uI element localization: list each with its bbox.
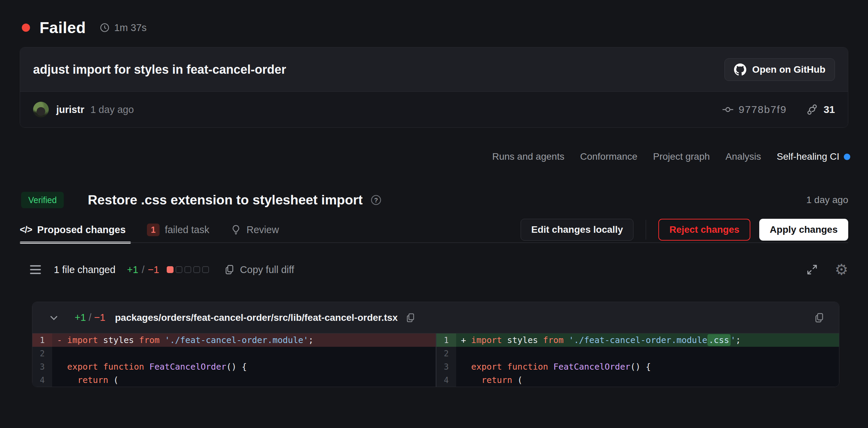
expand-fullscreen-icon[interactable] — [806, 263, 819, 276]
code-line: + import styles from './feat-cancel-orde… — [456, 333, 839, 347]
tabs-divider — [20, 242, 848, 243]
line-number: 3 — [32, 360, 52, 373]
help-icon[interactable]: ? — [370, 194, 382, 206]
page: Failed 1m 37s adjust import for styles i… — [0, 0, 868, 428]
verified-badge: Verified — [21, 192, 64, 208]
fix-time-ago: 1 day ago — [806, 195, 848, 205]
deletions-count: −1 — [148, 264, 159, 275]
reject-changes-button[interactable]: Reject changes — [658, 219, 750, 241]
chevron-down-icon[interactable] — [48, 312, 60, 324]
tab-review[interactable]: Review — [230, 218, 279, 241]
change-block-empty — [184, 266, 191, 273]
line-number: 4 — [436, 373, 456, 387]
open-on-github-button[interactable]: Open on GitHub — [724, 58, 835, 81]
fix-title: Restore .css extension to stylesheet imp… — [88, 192, 362, 208]
code-line: return ( — [52, 373, 436, 387]
diff-line-old-3: 3 export function FeatCancelOrder() { — [32, 360, 436, 373]
nav-item-analysis[interactable]: Analysis — [725, 151, 761, 162]
nav-item-self-healing-ci[interactable]: Self-healing CI — [777, 151, 850, 162]
change-blocks-indicator — [167, 266, 209, 273]
commit-sha: 9778b7f9 — [738, 104, 787, 115]
change-block-filled — [167, 266, 174, 273]
change-block-empty — [202, 266, 209, 273]
commit-card: adjust import for styles in feat-cancel-… — [20, 47, 848, 128]
tab-failed-task[interactable]: 1 failed task — [147, 218, 209, 241]
open-on-github-label: Open on GitHub — [752, 64, 825, 75]
diff-line-old-4: 4 return ( — [32, 373, 436, 387]
files-changed-label: 1 file changed — [54, 264, 116, 275]
code-line: export function FeatCancelOrder() { — [456, 360, 839, 373]
run-status-label: Failed — [40, 18, 86, 37]
commit-meta-row: juristr 1 day ago 9778b7f9 31 — [20, 92, 848, 127]
diff-pane-new: 1+ import styles from './feat-cancel-ord… — [436, 333, 839, 387]
github-icon — [734, 63, 746, 76]
code-line — [52, 347, 436, 360]
diff-line-old-2: 2 — [32, 347, 436, 360]
run-status-row: Failed 1m 37s — [22, 18, 846, 37]
file-deletions: −1 — [94, 312, 105, 323]
commit-icon — [722, 104, 734, 115]
copy-icon — [224, 264, 235, 275]
copy-file-diff-icon[interactable] — [814, 312, 825, 323]
diff-file-header: +1 / −1 packages/orders/feat-cancel-orde… — [32, 302, 839, 333]
code-line — [456, 347, 839, 360]
branch-icon — [806, 103, 818, 116]
diff-line-new-4: 4 return ( — [436, 373, 839, 387]
branch-count-link[interactable]: 31 — [806, 103, 835, 116]
actions-divider — [646, 220, 646, 240]
diff-split-view: 1- import styles from './feat-cancel-ord… — [32, 333, 839, 387]
diff-panel: +1 / −1 packages/orders/feat-cancel-orde… — [32, 302, 839, 387]
author-name: juristr — [56, 104, 84, 115]
change-block-empty — [176, 266, 182, 273]
copy-path-icon[interactable] — [405, 313, 416, 323]
change-block-empty — [193, 266, 200, 273]
commit-sha-link[interactable]: 9778b7f9 — [722, 104, 787, 115]
failed-status-dot-icon — [22, 24, 30, 32]
gear-icon[interactable]: ⚙ — [835, 262, 848, 277]
diff-toolbar: 1 file changed +1 / −1 Copy full diff ⚙ — [30, 259, 848, 280]
lightbulb-icon — [230, 224, 241, 235]
commit-message: adjust import for styles in feat-cancel-… — [33, 62, 286, 77]
line-number: 2 — [436, 347, 456, 360]
code-line: return ( — [456, 373, 839, 387]
commit-card-header: adjust import for styles in feat-cancel-… — [20, 47, 848, 92]
file-list-menu-icon[interactable] — [30, 264, 41, 275]
line-number: 1 — [436, 333, 456, 347]
apply-changes-button[interactable]: Apply changes — [759, 219, 848, 241]
run-duration: 1m 37s — [114, 22, 147, 33]
notification-dot-icon — [844, 154, 850, 160]
tab-proposed-changes[interactable]: </> Proposed changes — [20, 218, 126, 241]
diff-line-new-2: 2 — [436, 347, 839, 360]
additions-count: +1 — [127, 264, 138, 275]
code-line: export function FeatCancelOrder() { — [52, 360, 436, 373]
commit-time-ago: 1 day ago — [90, 104, 134, 115]
line-number: 4 — [32, 373, 52, 387]
diff-pane-old: 1- import styles from './feat-cancel-ord… — [32, 333, 436, 387]
tabs-block: </> Proposed changes 1 failed task Revie… — [20, 218, 848, 241]
copy-full-diff-button[interactable]: Copy full diff — [224, 264, 294, 275]
branch-count: 31 — [824, 104, 835, 115]
workspace-nav: Runs and agents Conformance Project grap… — [18, 149, 850, 165]
line-number: 2 — [32, 347, 52, 360]
author-avatar — [33, 102, 49, 117]
line-number: 3 — [436, 360, 456, 373]
fix-header: Verified Restore .css extension to style… — [21, 188, 848, 212]
fix-actions: Edit changes locally Reject changes Appl… — [521, 219, 848, 241]
clock-icon — [100, 23, 110, 33]
nav-item-runs-and-agents[interactable]: Runs and agents — [492, 151, 565, 162]
file-additions: +1 — [75, 312, 86, 323]
diff-line-new-1: 1+ import styles from './feat-cancel-ord… — [436, 333, 839, 347]
diff-line-new-3: 3 export function FeatCancelOrder() { — [436, 360, 839, 373]
edit-changes-locally-button[interactable]: Edit changes locally — [521, 219, 633, 241]
nav-item-conformance[interactable]: Conformance — [580, 151, 637, 162]
code-icon: </> — [20, 225, 32, 235]
line-number: 1 — [32, 333, 52, 347]
diff-line-old-1: 1- import styles from './feat-cancel-ord… — [32, 333, 436, 347]
failed-task-count-badge: 1 — [147, 224, 160, 236]
nav-item-project-graph[interactable]: Project graph — [653, 151, 710, 162]
code-line: - import styles from './feat-cancel-orde… — [52, 333, 436, 347]
svg-text:?: ? — [374, 197, 378, 204]
file-path: packages/orders/feat-cancel-order/src/li… — [115, 312, 398, 323]
